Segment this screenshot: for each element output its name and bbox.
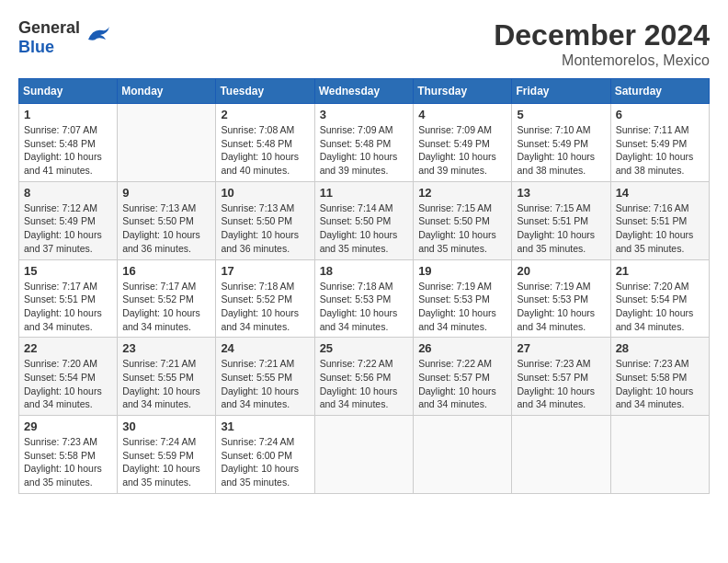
title-area: December 2024 Montemorelos, Mexico	[494, 18, 710, 69]
table-row: 12 Sunrise: 7:15 AM Sunset: 5:50 PM Dayl…	[414, 181, 512, 259]
table-row: 15 Sunrise: 7:17 AM Sunset: 5:51 PM Dayl…	[19, 259, 118, 338]
col-sunday: Sunday	[19, 79, 118, 104]
empty-cell	[314, 416, 414, 494]
table-row: 11 Sunrise: 7:14 AM Sunset: 5:50 PM Dayl…	[314, 181, 414, 259]
table-row: 21 Sunrise: 7:20 AM Sunset: 5:54 PM Dayl…	[610, 259, 709, 338]
table-row: 22 Sunrise: 7:20 AM Sunset: 5:54 PM Dayl…	[19, 338, 118, 416]
page-header: General Blue December 2024 Montemorelos,…	[18, 18, 710, 69]
calendar-week-row: 29 Sunrise: 7:23 AM Sunset: 5:58 PM Dayl…	[19, 416, 710, 494]
table-row: 23 Sunrise: 7:21 AM Sunset: 5:55 PM Dayl…	[118, 338, 216, 416]
table-row: 26 Sunrise: 7:22 AM Sunset: 5:57 PM Dayl…	[414, 338, 512, 416]
table-row: 4 Sunrise: 7:09 AM Sunset: 5:49 PM Dayli…	[414, 104, 512, 182]
table-row: 14 Sunrise: 7:16 AM Sunset: 5:51 PM Dayl…	[610, 181, 709, 259]
table-row: 5 Sunrise: 7:10 AM Sunset: 5:49 PM Dayli…	[512, 104, 610, 182]
calendar-week-row: 22 Sunrise: 7:20 AM Sunset: 5:54 PM Dayl…	[19, 338, 710, 416]
table-row: 6 Sunrise: 7:11 AM Sunset: 5:49 PM Dayli…	[610, 104, 709, 182]
table-row: 31 Sunrise: 7:24 AM Sunset: 6:00 PM Dayl…	[216, 416, 314, 494]
col-tuesday: Tuesday	[216, 79, 314, 104]
table-row: 30 Sunrise: 7:24 AM Sunset: 5:59 PM Dayl…	[118, 416, 216, 494]
table-row: 1 Sunrise: 7:07 AM Sunset: 5:48 PM Dayli…	[19, 104, 118, 182]
calendar-week-row: 15 Sunrise: 7:17 AM Sunset: 5:51 PM Dayl…	[19, 259, 710, 338]
table-row: 17 Sunrise: 7:18 AM Sunset: 5:52 PM Dayl…	[216, 259, 314, 338]
table-row: 8 Sunrise: 7:12 AM Sunset: 5:49 PM Dayli…	[19, 181, 118, 259]
table-row: 2 Sunrise: 7:08 AM Sunset: 5:48 PM Dayli…	[216, 104, 314, 182]
col-monday: Monday	[118, 79, 216, 104]
table-row: 19 Sunrise: 7:19 AM Sunset: 5:53 PM Dayl…	[414, 259, 512, 338]
empty-cell	[118, 104, 216, 182]
empty-cell	[512, 416, 610, 494]
table-row: 13 Sunrise: 7:15 AM Sunset: 5:51 PM Dayl…	[512, 181, 610, 259]
table-row: 18 Sunrise: 7:18 AM Sunset: 5:53 PM Dayl…	[314, 259, 414, 338]
calendar-header-row: Sunday Monday Tuesday Wednesday Thursday…	[19, 79, 710, 104]
table-row: 20 Sunrise: 7:19 AM Sunset: 5:53 PM Dayl…	[512, 259, 610, 338]
table-row: 10 Sunrise: 7:13 AM Sunset: 5:50 PM Dayl…	[216, 181, 314, 259]
table-row: 16 Sunrise: 7:17 AM Sunset: 5:52 PM Dayl…	[118, 259, 216, 338]
calendar-week-row: 1 Sunrise: 7:07 AM Sunset: 5:48 PM Dayli…	[19, 104, 710, 182]
col-wednesday: Wednesday	[314, 79, 414, 104]
table-row: 3 Sunrise: 7:09 AM Sunset: 5:48 PM Dayli…	[314, 104, 414, 182]
empty-cell	[414, 416, 512, 494]
table-row: 29 Sunrise: 7:23 AM Sunset: 5:58 PM Dayl…	[19, 416, 118, 494]
logo-bird-icon	[84, 21, 111, 54]
location-title: Montemorelos, Mexico	[494, 52, 710, 69]
col-thursday: Thursday	[414, 79, 512, 104]
calendar-table: Sunday Monday Tuesday Wednesday Thursday…	[18, 78, 710, 494]
empty-cell	[610, 416, 709, 494]
logo: General Blue	[18, 18, 111, 57]
logo-general: General	[18, 18, 80, 37]
month-title: December 2024	[494, 18, 710, 52]
col-saturday: Saturday	[610, 79, 709, 104]
calendar-week-row: 8 Sunrise: 7:12 AM Sunset: 5:49 PM Dayli…	[19, 181, 710, 259]
table-row: 9 Sunrise: 7:13 AM Sunset: 5:50 PM Dayli…	[118, 181, 216, 259]
table-row: 24 Sunrise: 7:21 AM Sunset: 5:55 PM Dayl…	[216, 338, 314, 416]
col-friday: Friday	[512, 79, 610, 104]
table-row: 28 Sunrise: 7:23 AM Sunset: 5:58 PM Dayl…	[610, 338, 709, 416]
table-row: 25 Sunrise: 7:22 AM Sunset: 5:56 PM Dayl…	[314, 338, 414, 416]
logo-blue: Blue	[18, 38, 54, 56]
table-row: 27 Sunrise: 7:23 AM Sunset: 5:57 PM Dayl…	[512, 338, 610, 416]
